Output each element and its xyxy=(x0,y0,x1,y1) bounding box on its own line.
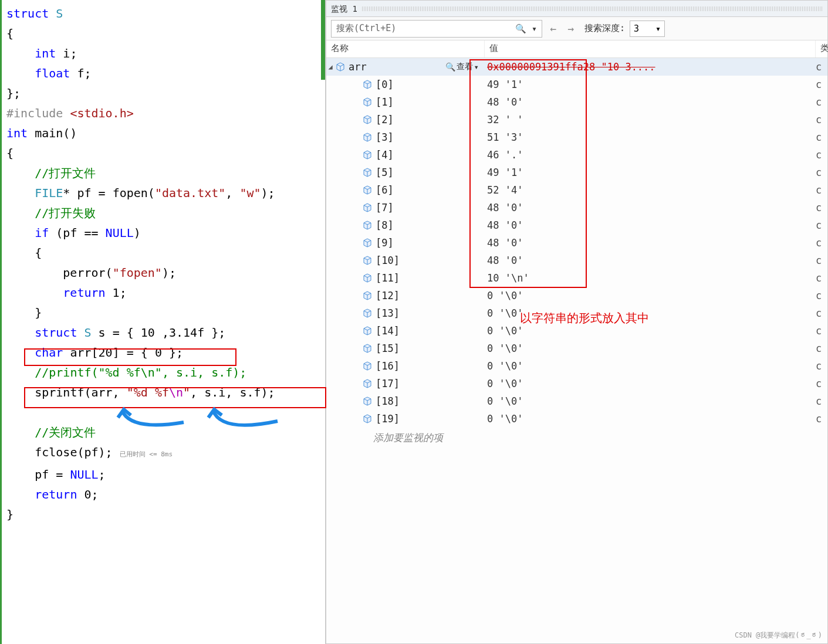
var-value: 0 '\0' xyxy=(485,395,816,407)
keyword-return: return xyxy=(35,487,77,501)
watch-row[interactable]: [6]52 '4'c xyxy=(326,181,827,199)
var-type: c xyxy=(816,307,827,319)
type-s: S xyxy=(49,6,63,21)
var-type: c xyxy=(816,378,827,389)
col-header-type[interactable]: 类 xyxy=(816,40,827,57)
watch-row[interactable]: [2]32 ' 'c xyxy=(326,111,827,128)
field-icon xyxy=(363,273,372,283)
nav-back-button[interactable]: ← xyxy=(547,22,560,35)
search-icon[interactable]: 🔍 ▾ xyxy=(515,23,537,34)
var-value: 10 '\n' xyxy=(485,272,816,284)
watch-title-text: 监视 1 xyxy=(331,1,357,17)
var-index: [12] xyxy=(376,290,400,301)
var-type: c xyxy=(816,343,827,354)
watch-title-bar[interactable]: 监视 1 xyxy=(326,1,827,17)
nav-forward-button[interactable]: → xyxy=(565,22,577,35)
var-type: c xyxy=(816,131,827,143)
col-header-value[interactable]: 值 xyxy=(485,40,816,57)
var-index: [18] xyxy=(376,395,400,407)
keyword-float: float xyxy=(35,66,70,80)
watch-rows[interactable]: ◢ arr 🔍查看 ▾ 0x00000091391ffa28 "10 3....… xyxy=(326,58,827,643)
main-sig: main() xyxy=(28,126,77,140)
field-icon xyxy=(363,97,372,107)
var-type: c xyxy=(816,219,827,231)
watch-window[interactable]: 监视 1 搜索(Ctrl+E) 🔍 ▾ ← → 搜索深度: 3▾ 名称 值 类 … xyxy=(326,0,828,644)
search-input[interactable]: 搜索(Ctrl+E) 🔍 ▾ xyxy=(331,20,542,38)
var-index: [16] xyxy=(376,360,400,372)
var-value: 32 ' ' xyxy=(485,114,816,126)
watch-row[interactable]: [19]0 '\0'c xyxy=(326,410,827,428)
view-button[interactable]: 🔍查看 ▾ xyxy=(445,62,479,72)
keyword-struct: struct xyxy=(6,6,49,21)
var-index: [0] xyxy=(376,79,394,90)
var-value: 51 '3' xyxy=(485,131,816,143)
var-type: c xyxy=(816,167,827,178)
var-value: 48 '0' xyxy=(485,96,816,108)
var-type: c xyxy=(816,96,827,108)
var-type: c xyxy=(816,413,827,425)
watch-row[interactable]: [11]10 '\n'c xyxy=(326,269,827,287)
var-value: 48 '0' xyxy=(485,237,816,249)
watch-row[interactable]: [16]0 '\0'c xyxy=(326,357,827,375)
watch-row[interactable]: [18]0 '\0'c xyxy=(326,392,827,410)
watch-row[interactable]: [8]48 '0'c xyxy=(326,216,827,234)
var-index: [5] xyxy=(376,167,394,178)
var-index: [9] xyxy=(376,237,394,249)
code-block[interactable]: struct S { int i; float f; }; #include <… xyxy=(2,0,326,528)
var-value: 48 '0' xyxy=(485,202,816,213)
field-icon xyxy=(363,396,372,406)
field-icon xyxy=(363,150,372,160)
var-index: [14] xyxy=(376,325,400,337)
var-value: 48 '0' xyxy=(485,255,816,266)
var-type: c xyxy=(816,184,827,196)
comment: //打开文件 xyxy=(35,166,96,180)
var-index: [8] xyxy=(376,219,394,231)
var-index: [2] xyxy=(376,114,394,126)
var-index: [15] xyxy=(376,343,400,354)
field-icon xyxy=(363,379,372,388)
var-type: c xyxy=(816,114,827,126)
keyword-char: char xyxy=(35,345,63,360)
watch-row[interactable]: [1]48 '0'c xyxy=(326,93,827,111)
var-value: 0 '\0' xyxy=(485,325,816,337)
watch-row-root[interactable]: ◢ arr 🔍查看 ▾ 0x00000091391ffa28 "10 3....… xyxy=(326,58,827,76)
add-watch-item[interactable]: 添加要监视的项 xyxy=(326,428,827,448)
depth-value: 3 xyxy=(634,23,639,34)
watch-row[interactable]: [10]48 '0'c xyxy=(326,252,827,269)
var-index: [7] xyxy=(376,202,394,213)
field-icon xyxy=(363,256,372,265)
var-type: c xyxy=(816,149,827,161)
field-icon xyxy=(363,221,372,230)
watch-row[interactable]: [15]0 '\0'c xyxy=(326,340,827,357)
var-type: c xyxy=(816,290,827,301)
field-icon xyxy=(363,203,372,212)
depth-label: 搜索深度: xyxy=(584,23,625,34)
field-icon xyxy=(363,361,372,371)
object-icon xyxy=(336,62,345,72)
collapse-icon[interactable]: ◢ xyxy=(326,63,334,71)
depth-select[interactable]: 3▾ xyxy=(630,21,665,37)
watch-row[interactable]: [3]51 '3'c xyxy=(326,128,827,146)
col-header-name[interactable]: 名称 xyxy=(326,40,485,57)
watch-row[interactable]: [5]49 '1'c xyxy=(326,164,827,181)
field-icon xyxy=(363,185,372,195)
var-type: c xyxy=(816,79,827,90)
watch-row[interactable]: [12]0 '\0'c xyxy=(326,287,827,304)
watch-row[interactable]: [7]48 '0'c xyxy=(326,199,827,216)
field-icon xyxy=(363,168,372,177)
watch-row[interactable]: [0]49 '1'c xyxy=(326,76,827,93)
comment: //关闭文件 xyxy=(35,425,96,439)
include-directive: #include xyxy=(6,106,70,120)
var-value: 0 '\0' xyxy=(485,343,816,354)
watch-row[interactable]: [4]46 '.'c xyxy=(326,146,827,164)
var-name: arr xyxy=(349,61,367,73)
var-type: c xyxy=(816,61,827,73)
code-editor[interactable]: struct S { int i; float f; }; #include <… xyxy=(0,0,326,644)
field-icon xyxy=(363,133,372,142)
var-index: [1] xyxy=(376,96,394,108)
field-icon xyxy=(363,414,372,423)
keyword-return: return xyxy=(63,286,105,300)
watch-row[interactable]: [17]0 '\0'c xyxy=(326,375,827,392)
var-index: [6] xyxy=(376,184,394,196)
watch-row[interactable]: [9]48 '0'c xyxy=(326,234,827,252)
